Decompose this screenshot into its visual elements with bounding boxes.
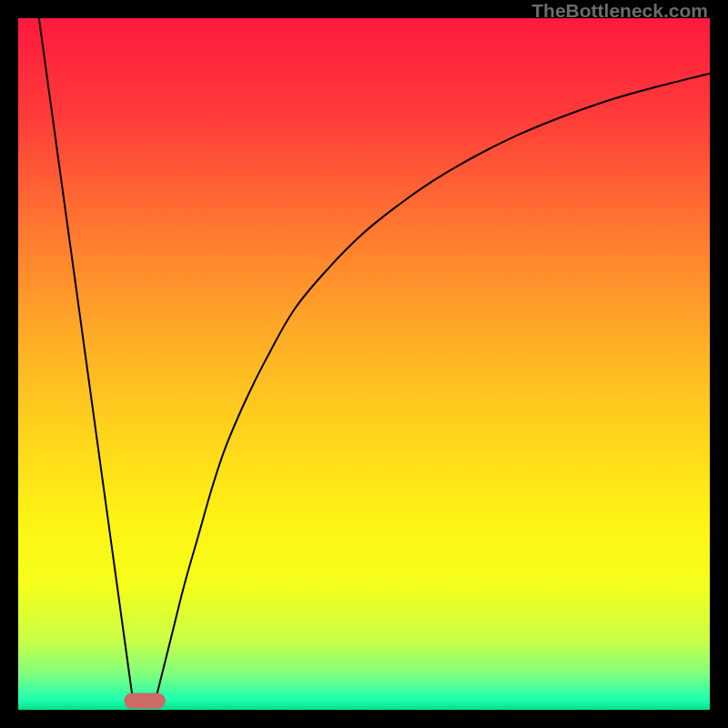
watermark-text: TheBottleneck.com (531, 0, 708, 22)
chart-frame: TheBottleneck.com (0, 0, 728, 728)
marker-layer (124, 693, 166, 708)
gradient-background (18, 18, 710, 710)
chart-svg (18, 18, 710, 710)
plot-area (18, 18, 710, 710)
bottom-pill-marker (124, 693, 166, 708)
